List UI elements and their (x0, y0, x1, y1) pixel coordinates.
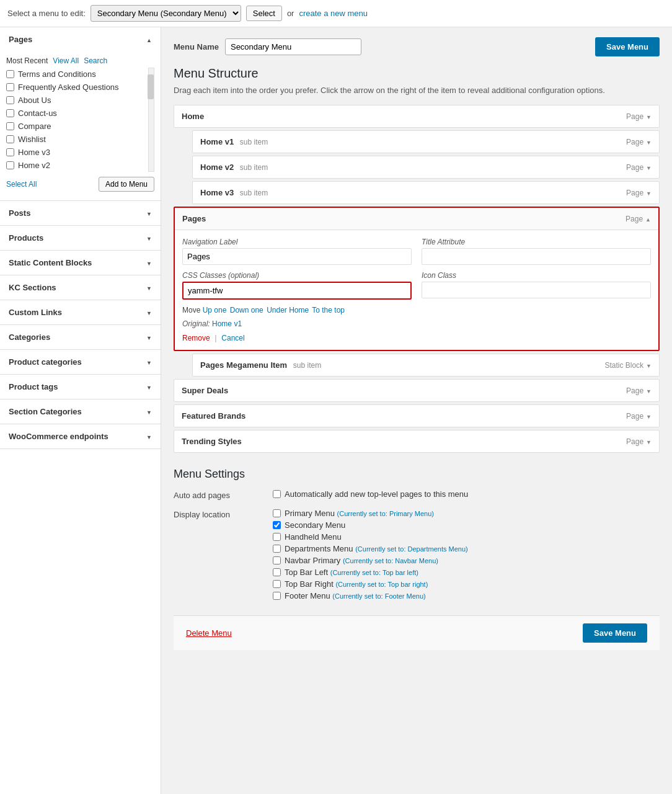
page-checkbox-faq[interactable] (6, 83, 14, 91)
checkbox-secondary-menu[interactable] (273, 521, 281, 529)
move-to-top-link[interactable]: To the top (312, 306, 345, 314)
page-checkbox-about[interactable] (6, 96, 14, 104)
checkbox-top-bar-right[interactable] (273, 580, 281, 588)
sidebar-section-section-categories-header[interactable]: Section Categories (0, 399, 161, 424)
page-item: About Us (6, 94, 154, 107)
sidebar-section-static-content-header[interactable]: Static Content Blocks (0, 251, 161, 275)
note-footer-menu: (Currently set to: Footer Menu) (332, 592, 425, 600)
main-content: Menu Name Secondary Menu Save Menu Menu … (161, 27, 672, 794)
menu-select[interactable]: Secondary Menu (Secondary Menu) (91, 5, 241, 22)
sidebar-posts-label: Posts (9, 208, 30, 218)
page-label-home-v2[interactable]: Home v2 (18, 161, 50, 170)
note-primary-menu: (Currently set to: Primary Menu) (337, 510, 434, 517)
sidebar-categories-label: Categories (9, 332, 50, 342)
auto-add-checkbox-label[interactable]: Automatically add new top-level pages to… (285, 489, 468, 499)
checkbox-primary-menu[interactable] (273, 509, 281, 517)
label-secondary-menu[interactable]: Secondary Menu (285, 520, 345, 530)
page-checkbox-wishlist[interactable] (6, 135, 14, 143)
select-all-link[interactable]: Select All (6, 180, 37, 189)
save-menu-button-bottom[interactable]: Save Menu (583, 623, 647, 643)
page-label-home-v3[interactable]: Home v3 (18, 148, 50, 157)
scrollbar-track[interactable] (148, 68, 154, 172)
page-label-about[interactable]: About Us (18, 96, 51, 105)
page-label-compare[interactable]: Compare (18, 122, 51, 131)
tab-view-all[interactable]: View All (53, 56, 79, 65)
page-label-wishlist[interactable]: Wishlist (18, 135, 46, 144)
form-row-2: CSS Classes (optional) Icon Class (182, 271, 651, 300)
label-handheld-menu[interactable]: Handheld Menu (285, 532, 342, 542)
remove-link[interactable]: Remove (182, 334, 210, 342)
sidebar-section-custom-links: Custom Links (0, 300, 161, 325)
move-under-home-link[interactable]: Under Home (267, 306, 309, 314)
checkbox-departments-menu[interactable] (273, 545, 281, 553)
page-label-contact[interactable]: Contact-us (18, 109, 57, 118)
auto-add-checkbox[interactable] (273, 490, 281, 498)
label-departments-menu[interactable]: Departments Menu (Currently set to: Depa… (285, 544, 468, 553)
menu-item-home-v2-header[interactable]: Home v2 sub item Page (193, 156, 659, 178)
menu-item-trending-styles: Trending Styles Page (174, 430, 660, 453)
label-top-bar-right[interactable]: Top Bar Right (Currently set to: Top bar… (285, 579, 428, 589)
add-to-menu-button[interactable]: Add to Menu (99, 177, 154, 192)
menu-item-home: Home Page (174, 105, 660, 128)
checkbox-footer-menu[interactable] (273, 592, 281, 600)
move-up-one-link[interactable]: Up one (203, 306, 227, 314)
sidebar-section-pages-header[interactable]: Pages (0, 27, 161, 51)
menu-item-home-v1-header[interactable]: Home v1 sub item Page (193, 131, 659, 153)
tab-most-recent[interactable]: Most Recent (6, 56, 48, 65)
label-primary-menu[interactable]: Primary Menu (Currently set to: Primary … (285, 509, 434, 518)
sidebar-section-kc-sections-header[interactable]: KC Sections (0, 275, 161, 300)
tab-search[interactable]: Search (84, 56, 107, 65)
main-layout: Pages Most Recent View All Search Terms … (0, 27, 672, 794)
chevron-down-icon (146, 408, 152, 416)
cancel-link[interactable]: Cancel (221, 334, 244, 342)
menu-item-home-v3-header[interactable]: Home v3 sub item Page (193, 182, 659, 203)
sidebar-section-posts-header[interactable]: Posts (0, 201, 161, 225)
checkbox-navbar-primary[interactable] (273, 556, 281, 564)
page-checkbox-contact[interactable] (6, 109, 14, 117)
menu-item-home-header[interactable]: Home Page (174, 105, 659, 127)
sidebar-section-kc-sections: KC Sections (0, 275, 161, 300)
checkbox-top-bar-left[interactable] (273, 568, 281, 576)
sidebar-section-product-tags-header[interactable]: Product tags (0, 375, 161, 399)
scrollbar-thumb[interactable] (148, 74, 154, 99)
label-navbar-primary[interactable]: Navbar Primary (Currently set to: Navbar… (285, 556, 438, 565)
sidebar-products-label: Products (9, 233, 43, 243)
check-item-navbar-primary: Navbar Primary (Currently set to: Navbar… (273, 556, 660, 565)
page-checkbox-home-v2[interactable] (6, 161, 14, 169)
nav-label-input[interactable] (182, 248, 412, 265)
menu-name-input[interactable]: Secondary Menu (225, 38, 361, 55)
page-checkbox-home-v3[interactable] (6, 148, 14, 156)
sidebar-section-product-categories-header[interactable]: Product categories (0, 350, 161, 374)
menu-item-pages-megamenu-label: Pages Megamenu Item sub item (200, 360, 321, 370)
sidebar-section-categories-header[interactable]: Categories (0, 325, 161, 349)
delete-menu-link[interactable]: Delete Menu (186, 628, 232, 638)
auto-add-controls: Automatically add new top-level pages to… (273, 489, 660, 501)
label-footer-menu[interactable]: Footer Menu (Currently set to: Footer Me… (285, 591, 426, 600)
icon-class-label: Icon Class (422, 271, 651, 280)
menu-item-pages-header[interactable]: Pages Page (175, 208, 658, 230)
move-down-one-link[interactable]: Down one (230, 306, 263, 314)
save-menu-button-top[interactable]: Save Menu (595, 37, 660, 56)
menu-item-trending-styles-header[interactable]: Trending Styles Page (174, 430, 659, 452)
menu-item-featured-brands-header[interactable]: Featured Brands Page (174, 405, 659, 427)
sidebar-section-woo-endpoints-header[interactable]: WooCommerce endpoints (0, 424, 161, 448)
menu-item-trending-styles-label: Trending Styles (182, 437, 242, 446)
original-link[interactable]: Home v1 (212, 319, 242, 328)
page-checkbox-compare[interactable] (6, 122, 14, 130)
page-label-terms[interactable]: Terms and Conditions (18, 69, 96, 79)
checkbox-handheld-menu[interactable] (273, 533, 281, 541)
title-attr-input[interactable] (422, 248, 651, 265)
css-classes-input[interactable] (182, 282, 412, 300)
create-new-menu-link[interactable]: create a new menu (299, 9, 368, 18)
page-label-faq[interactable]: Frequently Asked Questions (18, 83, 119, 92)
sidebar-section-custom-links-header[interactable]: Custom Links (0, 300, 161, 324)
menu-item-super-deals-header[interactable]: Super Deals Page (174, 380, 659, 401)
sidebar-section-categories-label: Section Categories (9, 407, 82, 416)
label-top-bar-left[interactable]: Top Bar Left (Currently set to: Top bar … (285, 568, 418, 577)
sidebar-section-products-header[interactable]: Products (0, 226, 161, 250)
page-checkbox-terms[interactable] (6, 70, 14, 78)
chevron-down-icon (146, 284, 152, 292)
icon-class-input[interactable] (422, 282, 651, 298)
select-button[interactable]: Select (246, 6, 282, 21)
menu-item-pages-megamenu-header[interactable]: Pages Megamenu Item sub item Static Bloc… (193, 354, 659, 376)
